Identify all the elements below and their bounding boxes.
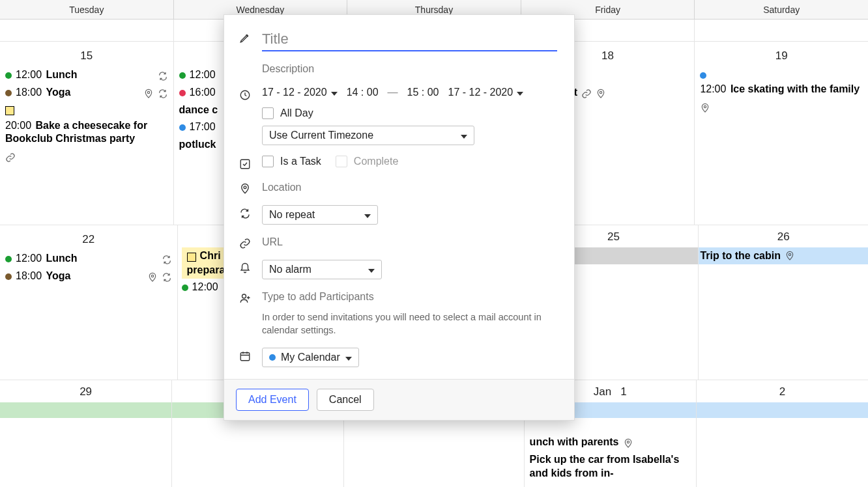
event[interactable]: Pick up the car from Isabella's and kids…	[525, 451, 696, 482]
new-event-modal: 17 - 12 - 2020 14 : 00 — 15 : 00 17 - 12…	[224, 14, 575, 421]
event-title: prepara	[187, 264, 225, 276]
calendar-icon	[239, 348, 252, 362]
cancel-button[interactable]: Cancel	[317, 389, 374, 411]
bell-icon	[239, 260, 252, 274]
event-title: unch with parents	[530, 436, 619, 449]
event-time: 12:00	[16, 69, 42, 80]
repeat-icon	[162, 272, 172, 283]
event[interactable]: 12:00 Ice skating with the family	[699, 66, 864, 115]
day-cell-19[interactable]: 19 12:00 Ice skating with the family	[695, 42, 868, 225]
end-date-picker[interactable]: 17 - 12 - 2020	[448, 87, 524, 98]
event-time: 12:00	[700, 83, 726, 94]
location-input[interactable]	[262, 180, 557, 195]
date-number: 19	[699, 44, 864, 66]
location-icon	[700, 103, 710, 113]
svg-point-5	[788, 253, 790, 255]
event-title: Ice skating with the family	[731, 83, 860, 94]
event-title: Trip to the cabin	[700, 250, 781, 262]
all-day-label: All Day	[280, 107, 313, 119]
day-cell[interactable]	[0, 20, 174, 41]
svg-point-2	[704, 105, 706, 107]
event[interactable]: 18:00 Yoga	[4, 84, 169, 102]
repeat-icon	[158, 71, 168, 81]
chevron-down-icon	[331, 87, 338, 98]
calendar-select[interactable]: My Calendar	[262, 348, 359, 367]
event[interactable]: 20:00 Bake a cheesecake for Bookclub Chr…	[4, 102, 169, 165]
is-task-checkbox[interactable]	[262, 156, 274, 167]
repeat-icon	[158, 89, 168, 99]
repeat-select[interactable]: No repeat	[262, 205, 378, 225]
multiday-event[interactable]	[0, 402, 172, 418]
event-time: 12:00	[16, 253, 42, 264]
participants-hint: In order to send invitations you will ne…	[262, 311, 557, 337]
calendar-color-dot	[269, 354, 276, 361]
event-time: 16:00	[190, 86, 216, 100]
event-title: Pick up the car from Isabella's and kids…	[530, 453, 695, 480]
location-icon	[147, 272, 158, 283]
event-dot-icon	[179, 124, 186, 131]
description-input[interactable]	[262, 62, 557, 76]
svg-point-3	[151, 275, 153, 277]
event[interactable]: 18:00 Yoga	[4, 268, 173, 285]
all-day-checkbox[interactable]	[262, 107, 274, 119]
link-icon	[581, 89, 592, 99]
multiday-event[interactable]	[697, 402, 868, 418]
repeat-icon	[162, 255, 172, 265]
date-number: 29	[0, 380, 171, 402]
multiday-event[interactable]: Trip to the cabin	[699, 247, 868, 264]
time-separator: —	[388, 87, 398, 98]
location-icon	[623, 438, 633, 449]
chevron-down-icon	[517, 87, 523, 98]
calendar-value: My Calendar	[281, 352, 340, 363]
svg-point-1	[600, 91, 601, 93]
title-input[interactable]	[262, 29, 557, 51]
complete-checkbox[interactable]	[336, 156, 347, 167]
modal-footer: Add Event Cancel	[224, 379, 574, 420]
event-time: 18:00	[16, 270, 42, 281]
event-dot-icon	[5, 256, 12, 262]
add-event-button[interactable]: Add Event	[236, 389, 309, 411]
event-dot-icon	[179, 90, 186, 96]
day-cell-22[interactable]: 22 12:00 Lunch 18:00 Yoga	[0, 225, 178, 380]
svg-point-0	[147, 91, 149, 93]
participants-icon	[239, 290, 252, 304]
event-title: Yoga	[46, 87, 71, 98]
header-tuesday: Tuesday	[0, 0, 174, 19]
repeat-value: No repeat	[269, 209, 315, 221]
link-icon	[5, 152, 16, 163]
event-title: Yoga	[46, 270, 71, 281]
pencil-icon	[239, 29, 252, 44]
url-input[interactable]	[262, 235, 557, 249]
chevron-down-icon	[461, 130, 467, 141]
timezone-value: Use Current Timezone	[269, 130, 373, 141]
day-cell-26[interactable]: 26 Trip to the cabin	[699, 225, 868, 380]
participants-input[interactable]	[262, 290, 557, 304]
timezone-select[interactable]: Use Current Timezone	[262, 126, 474, 145]
date-number: 15	[4, 44, 169, 66]
start-time-picker[interactable]: 14 : 00	[347, 87, 379, 98]
end-time-picker[interactable]: 15 : 00	[407, 87, 439, 98]
location-icon	[239, 180, 252, 195]
day-cell[interactable]	[695, 20, 868, 41]
event-title: Lunch	[46, 69, 78, 80]
location-icon	[596, 89, 606, 99]
alarm-select[interactable]: No alarm	[262, 260, 382, 279]
event-task-icon	[187, 253, 196, 262]
date-number: 22	[4, 228, 173, 250]
event[interactable]: 12:00 Lunch	[4, 66, 169, 84]
start-date-picker[interactable]: 17 - 12 - 2020	[262, 87, 338, 98]
date-number: 2	[697, 380, 868, 402]
event[interactable]: 12:00 Lunch	[4, 250, 173, 268]
location-icon	[785, 251, 795, 261]
day-cell-2[interactable]: 2	[697, 380, 868, 487]
event-dot-icon	[700, 72, 706, 79]
event-title: Chri	[200, 250, 221, 262]
day-cell-15[interactable]: 15 12:00 Lunch 18:00 Yoga 20:00 Bake a c…	[0, 42, 174, 225]
svg-point-10	[242, 294, 246, 298]
event-dot-icon	[182, 285, 188, 291]
event[interactable]: unch with parents	[525, 434, 696, 451]
date-number: 26	[699, 225, 868, 247]
complete-label: Complete	[354, 156, 398, 167]
event-dot-icon	[5, 273, 12, 280]
day-cell-29[interactable]: 29	[0, 380, 172, 487]
